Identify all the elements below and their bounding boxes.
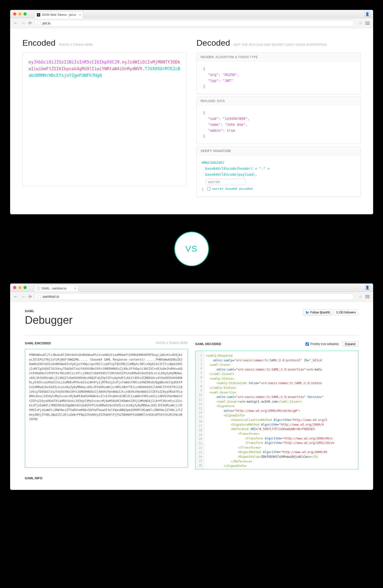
jwt-page: Encoded PASTE A TOKEN HERE eyJhbGciOiJIU… — [10, 28, 373, 214]
maximize-window-button[interactable] — [23, 12, 27, 16]
vs-badge: VS — [174, 232, 209, 266]
saml-encoded-hint: PASTE A TOKEN HERE — [156, 341, 188, 345]
prettify-toggle[interactable]: Prettify (not editable) — [305, 342, 339, 346]
prettify-checkbox[interactable] — [305, 342, 309, 346]
page-icon — [37, 295, 41, 298]
saml-browser-window: SAML - samltool.io × 👤 ← → ⟳ samltool.io… — [10, 283, 373, 490]
twitter-icon: 🐦 — [305, 310, 309, 314]
follow-button[interactable]: 🐦 Follow @auth0 — [303, 309, 332, 316]
bookmark-icon[interactable]: ☆ — [359, 294, 362, 299]
header-section-label: HEADER: — [201, 55, 215, 59]
window-controls — [13, 286, 27, 289]
saml-decoded-viewer[interactable]: 1234567891011121314151617181920212223242… — [195, 351, 358, 469]
decoded-hint: EDIT THE PAYLOAD AND SECRET (ONLY HS256 … — [234, 43, 327, 46]
reload-button[interactable]: ⟳ — [28, 21, 32, 25]
bookmark-icon[interactable]: ☆ — [359, 21, 362, 25]
header-json-display[interactable]: { "alg": "HS256", "typ": "JWT" } — [197, 62, 361, 94]
follower-count: 3,150 followers — [334, 309, 358, 315]
encoded-title: Encoded — [22, 38, 56, 48]
back-button[interactable]: ← — [14, 21, 18, 26]
saml-decoded-title: SAML DECODED — [195, 342, 221, 346]
menu-icon[interactable] — [365, 22, 370, 25]
payload-section: PAYLOAD: DATA { "sub": "1234567890", "na… — [197, 97, 361, 144]
profile-icon[interactable]: 👤 — [365, 285, 370, 290]
divider — [25, 335, 358, 335]
saml-encoded-input[interactable]: PHNhbWxwOlJlc3BvbnNlIHhtbG5zOnNhbWxwPSJ1… — [25, 349, 188, 468]
close-tab-icon[interactable]: × — [79, 13, 81, 17]
minimize-window-button[interactable] — [18, 12, 21, 16]
saml-info-heading: SAML INFO — [25, 476, 358, 480]
saml-favicon-icon — [37, 287, 40, 290]
base64-checkbox[interactable] — [207, 187, 210, 190]
vs-divider: VS — [10, 232, 373, 266]
browser-tab-jwt[interactable]: ✦ JSON Web Tokens - jwt.io × — [34, 11, 83, 18]
minimize-window-button[interactable] — [18, 286, 21, 289]
window-controls — [13, 12, 27, 16]
browser-tab-saml[interactable]: SAML - samltool.io × — [34, 285, 79, 292]
signature-section: VERIFY SIGNATURE HMACSHA256( base64UrlEn… — [197, 147, 361, 197]
reload-button[interactable]: ⟳ — [28, 294, 32, 299]
encoded-token-input[interactable]: eyJhbGciOiJIUzI1NiIsInR5cCI6IkpXVCJ9.eyJ… — [22, 53, 187, 186]
menu-icon[interactable] — [365, 295, 370, 298]
base64-checkbox-label[interactable]: secret base64 encoded — [207, 186, 252, 192]
line-gutter: 1234567891011121314151617181920212223242… — [196, 351, 204, 469]
secret-input[interactable] — [206, 179, 245, 185]
close-tab-icon[interactable]: × — [74, 287, 76, 290]
saml-title: Debugger — [25, 314, 73, 326]
decoded-column: Decoded EDIT THE PAYLOAD AND SECRET (ONL… — [197, 38, 361, 199]
forward-button[interactable]: → — [21, 21, 25, 26]
payload-json-editor[interactable]: { "sub": "1234567890", "name": "John Doe… — [197, 106, 361, 144]
saml-titlebar: SAML - samltool.io × 👤 — [10, 283, 373, 292]
saml-url: samltool.io — [43, 295, 59, 299]
jwt-favicon-icon: ✦ — [37, 13, 40, 17]
payload-section-label: PAYLOAD: — [201, 99, 216, 103]
saml-sup-title: SAML — [25, 309, 73, 313]
expand-button[interactable]: Expand — [342, 341, 358, 347]
jwt-url: jwt.io — [43, 21, 51, 25]
saml-tab-title: SAML - samltool.io — [42, 287, 66, 290]
header-section-sub: ALGORITHM & TOKEN TYPE — [216, 55, 258, 59]
signature-display: HMACSHA256( base64UrlEncode(header) + ".… — [197, 155, 361, 197]
saml-decoded-column: SAML DECODED Prettify (not editable) Exp… — [195, 341, 358, 469]
encoded-column: Encoded PASTE A TOKEN HERE eyJhbGciOiJIU… — [22, 38, 187, 199]
close-window-button[interactable] — [13, 286, 16, 289]
header-section: HEADER: ALGORITHM & TOKEN TYPE { "alg": … — [197, 53, 361, 94]
saml-page: SAML Debugger 🐦 Follow @auth0 3,150 foll… — [10, 302, 373, 490]
decoded-title: Decoded — [197, 38, 230, 48]
address-bar[interactable]: jwt.io — [35, 20, 354, 27]
maximize-window-button[interactable] — [23, 286, 27, 289]
page-icon — [37, 22, 41, 25]
profile-icon[interactable]: 👤 — [365, 11, 370, 17]
jwt-toolbar: ← → ⟳ jwt.io ☆ — [10, 18, 373, 28]
signature-section-label: VERIFY SIGNATURE — [201, 149, 231, 153]
saml-toolbar: ← → ⟳ samltool.io ☆ — [10, 292, 373, 302]
follow-widget: 🐦 Follow @auth0 3,150 followers — [303, 309, 358, 316]
encoded-hint: PASTE A TOKEN HERE — [59, 43, 93, 46]
jwt-browser-window: ✦ JSON Web Tokens - jwt.io × 👤 ← → ⟳ jwt… — [10, 10, 373, 214]
forward-button[interactable]: → — [21, 294, 25, 299]
jwt-titlebar: ✦ JSON Web Tokens - jwt.io × 👤 — [10, 10, 373, 18]
saml-encoded-title: SAML ENCODED — [25, 341, 51, 345]
saml-xml-code: <samlp:Response xmlns:samlp="urn:oasis:n… — [204, 351, 336, 469]
payload-section-sub: DATA — [217, 99, 225, 103]
address-bar[interactable]: samltool.io — [35, 293, 354, 300]
token-header-segment: eyJhbGciOiJIUzI1NiIsInR5cCI6IkpXVCJ9 — [29, 60, 120, 65]
close-window-button[interactable] — [13, 12, 16, 16]
jwt-tab-title: JSON Web Tokens - jwt.io — [42, 13, 76, 17]
back-button[interactable]: ← — [14, 294, 18, 299]
saml-encoded-column: SAML ENCODED PASTE A TOKEN HERE PHNhbWxw… — [25, 341, 188, 469]
